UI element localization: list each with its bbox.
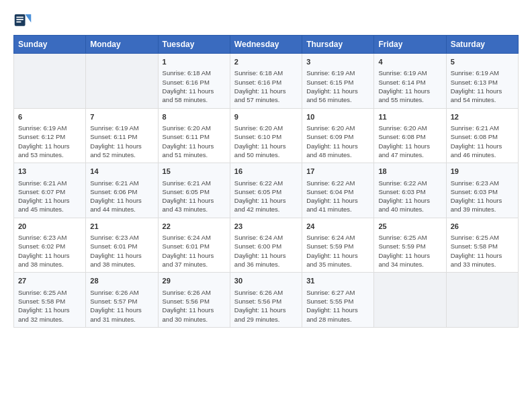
calendar-cell: 28Sunrise: 6:26 AM Sunset: 5:57 PM Dayli… [86,273,158,328]
day-info: Sunrise: 6:21 AM Sunset: 6:07 PM Dayligh… [18,179,81,214]
day-info: Sunrise: 6:22 AM Sunset: 6:04 PM Dayligh… [306,179,369,214]
weekday-tuesday: Tuesday [158,36,230,54]
calendar-week-1: 1Sunrise: 6:18 AM Sunset: 6:16 PM Daylig… [14,54,519,109]
weekday-monday: Monday [86,36,158,54]
day-number: 25 [378,222,441,232]
day-number: 9 [234,112,298,122]
day-info: Sunrise: 6:26 AM Sunset: 5:57 PM Dayligh… [90,288,153,324]
day-number: 6 [18,112,81,122]
calendar-cell: 15Sunrise: 6:21 AM Sunset: 6:05 PM Dayli… [158,163,230,218]
day-number: 22 [163,222,226,232]
weekday-wednesday: Wednesday [230,36,302,54]
day-info: Sunrise: 6:20 AM Sunset: 6:11 PM Dayligh… [163,124,226,159]
calendar-cell: 27Sunrise: 6:25 AM Sunset: 5:58 PM Dayli… [14,273,86,328]
calendar-cell [86,54,158,109]
calendar-body: 1Sunrise: 6:18 AM Sunset: 6:16 PM Daylig… [14,54,519,328]
calendar-cell: 5Sunrise: 6:19 AM Sunset: 6:13 PM Daylig… [446,54,518,109]
day-info: Sunrise: 6:25 AM Sunset: 5:58 PM Dayligh… [18,288,81,324]
calendar-cell: 22Sunrise: 6:24 AM Sunset: 6:01 PM Dayli… [158,218,230,273]
calendar-week-5: 27Sunrise: 6:25 AM Sunset: 5:58 PM Dayli… [14,273,519,328]
weekday-friday: Friday [374,36,446,54]
day-number: 1 [163,57,226,67]
day-number: 21 [90,222,153,232]
day-number: 13 [18,167,81,177]
calendar-cell [446,273,518,328]
calendar-cell: 13Sunrise: 6:21 AM Sunset: 6:07 PM Dayli… [14,163,86,218]
svg-rect-2 [16,17,24,18]
day-number: 28 [90,276,153,286]
logo [13,11,35,30]
calendar-cell: 17Sunrise: 6:22 AM Sunset: 6:04 PM Dayli… [302,163,374,218]
calendar-cell: 4Sunrise: 6:19 AM Sunset: 6:14 PM Daylig… [374,54,446,109]
svg-marker-1 [26,14,32,22]
calendar-cell: 23Sunrise: 6:24 AM Sunset: 6:00 PM Dayli… [230,218,302,273]
svg-rect-4 [16,21,21,23]
day-number: 18 [378,167,441,177]
day-info: Sunrise: 6:20 AM Sunset: 6:09 PM Dayligh… [306,124,369,159]
day-number: 31 [306,276,369,286]
day-info: Sunrise: 6:19 AM Sunset: 6:14 PM Dayligh… [378,68,441,104]
calendar-cell: 29Sunrise: 6:26 AM Sunset: 5:56 PM Dayli… [158,273,230,328]
calendar-cell: 20Sunrise: 6:23 AM Sunset: 6:02 PM Dayli… [14,218,86,273]
day-info: Sunrise: 6:27 AM Sunset: 5:55 PM Dayligh… [306,288,369,324]
day-number: 17 [306,167,369,177]
day-number: 14 [90,167,153,177]
day-info: Sunrise: 6:22 AM Sunset: 6:03 PM Dayligh… [378,179,441,214]
day-number: 20 [18,222,81,232]
calendar-cell: 10Sunrise: 6:20 AM Sunset: 6:09 PM Dayli… [302,108,374,163]
day-info: Sunrise: 6:19 AM Sunset: 6:13 PM Dayligh… [451,68,514,104]
calendar-cell: 3Sunrise: 6:19 AM Sunset: 6:15 PM Daylig… [302,54,374,109]
day-info: Sunrise: 6:19 AM Sunset: 6:11 PM Dayligh… [90,124,153,159]
day-info: Sunrise: 6:23 AM Sunset: 6:02 PM Dayligh… [18,233,81,269]
calendar-cell: 21Sunrise: 6:23 AM Sunset: 6:01 PM Dayli… [86,218,158,273]
day-number: 30 [234,276,298,286]
day-info: Sunrise: 6:26 AM Sunset: 5:56 PM Dayligh… [163,288,226,324]
calendar-cell: 26Sunrise: 6:25 AM Sunset: 5:58 PM Dayli… [446,218,518,273]
day-info: Sunrise: 6:25 AM Sunset: 5:58 PM Dayligh… [451,233,514,269]
day-number: 15 [163,167,226,177]
day-info: Sunrise: 6:18 AM Sunset: 6:16 PM Dayligh… [163,68,226,104]
day-info: Sunrise: 6:21 AM Sunset: 6:08 PM Dayligh… [451,124,514,159]
calendar-header: SundayMondayTuesdayWednesdayThursdayFrid… [14,36,519,54]
calendar-cell: 7Sunrise: 6:19 AM Sunset: 6:11 PM Daylig… [86,108,158,163]
weekday-header-row: SundayMondayTuesdayWednesdayThursdayFrid… [14,36,519,54]
day-info: Sunrise: 6:23 AM Sunset: 6:01 PM Dayligh… [90,233,153,269]
day-number: 26 [451,222,514,232]
calendar-cell: 9Sunrise: 6:20 AM Sunset: 6:10 PM Daylig… [230,108,302,163]
day-info: Sunrise: 6:20 AM Sunset: 6:10 PM Dayligh… [234,124,298,159]
calendar-cell [14,54,86,109]
day-info: Sunrise: 6:22 AM Sunset: 6:05 PM Dayligh… [234,179,298,214]
calendar-cell: 2Sunrise: 6:18 AM Sunset: 6:16 PM Daylig… [230,54,302,109]
day-info: Sunrise: 6:25 AM Sunset: 5:59 PM Dayligh… [378,233,441,269]
weekday-thursday: Thursday [302,36,374,54]
day-number: 7 [90,112,153,122]
weekday-sunday: Sunday [14,36,86,54]
day-number: 8 [163,112,226,122]
calendar-week-2: 6Sunrise: 6:19 AM Sunset: 6:12 PM Daylig… [14,108,519,163]
calendar-cell: 12Sunrise: 6:21 AM Sunset: 6:08 PM Dayli… [446,108,518,163]
day-number: 3 [306,57,369,67]
calendar-cell: 25Sunrise: 6:25 AM Sunset: 5:59 PM Dayli… [374,218,446,273]
day-info: Sunrise: 6:24 AM Sunset: 6:00 PM Dayligh… [234,233,298,269]
day-info: Sunrise: 6:26 AM Sunset: 5:56 PM Dayligh… [234,288,298,324]
calendar-cell: 11Sunrise: 6:20 AM Sunset: 6:08 PM Dayli… [374,108,446,163]
day-info: Sunrise: 6:19 AM Sunset: 6:15 PM Dayligh… [306,68,369,104]
day-info: Sunrise: 6:23 AM Sunset: 6:03 PM Dayligh… [451,179,514,214]
calendar-cell: 16Sunrise: 6:22 AM Sunset: 6:05 PM Dayli… [230,163,302,218]
day-number: 27 [18,276,81,286]
day-info: Sunrise: 6:21 AM Sunset: 6:06 PM Dayligh… [90,179,153,214]
calendar-cell: 19Sunrise: 6:23 AM Sunset: 6:03 PM Dayli… [446,163,518,218]
day-info: Sunrise: 6:19 AM Sunset: 6:12 PM Dayligh… [18,124,81,159]
svg-rect-3 [16,19,24,20]
calendar-week-4: 20Sunrise: 6:23 AM Sunset: 6:02 PM Dayli… [14,218,519,273]
day-number: 23 [234,222,298,232]
day-number: 12 [451,112,514,122]
day-number: 10 [306,112,369,122]
day-number: 24 [306,222,369,232]
day-number: 2 [234,57,298,67]
day-number: 16 [234,167,298,177]
calendar-cell: 8Sunrise: 6:20 AM Sunset: 6:11 PM Daylig… [158,108,230,163]
day-number: 19 [451,167,514,177]
day-info: Sunrise: 6:20 AM Sunset: 6:08 PM Dayligh… [378,124,441,159]
calendar-cell: 18Sunrise: 6:22 AM Sunset: 6:03 PM Dayli… [374,163,446,218]
